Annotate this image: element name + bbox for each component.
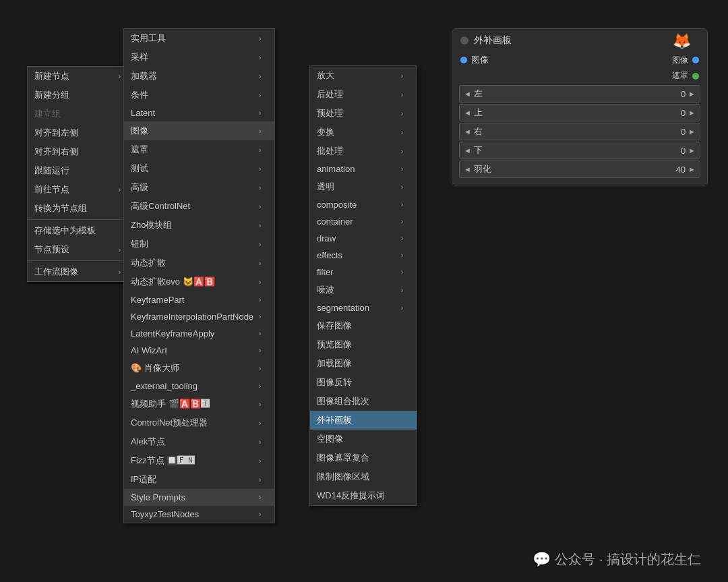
output-dot-image	[692, 57, 699, 63]
menu3-filter[interactable]: filter ›	[310, 264, 417, 281]
menu1-save-template[interactable]: 存储选中为模板	[28, 221, 134, 240]
menu2-advanced[interactable]: 高级 ›	[124, 178, 274, 197]
menu3-transparency[interactable]: 透明 ›	[310, 177, 417, 196]
menu2-style-prompts[interactable]: Style Prompts ›	[124, 489, 274, 506]
menu3-save-image[interactable]: 保存图像	[310, 316, 417, 335]
menu3-noise[interactable]: 噪波 ›	[310, 281, 417, 299]
menu2-ai-wizart[interactable]: AI WizArt ›	[124, 342, 274, 359]
node-row-image: 图像 图像	[452, 52, 707, 68]
menu2-portrait-master[interactable]: 🎨 肖像大师 ›	[124, 359, 274, 378]
menu3-outpaint[interactable]: 外补画板	[310, 411, 417, 430]
menu3-preview-image[interactable]: 预览图像	[310, 335, 417, 354]
menu3-batch[interactable]: 批处理 ›	[310, 142, 417, 161]
menu3-invert-image[interactable]: 图像反转	[310, 373, 417, 392]
menu1-new-group[interactable]: 新建分组	[28, 86, 134, 105]
menu2-advanced-controlnet[interactable]: 高级ControlNet ›	[124, 197, 274, 216]
node-panel-status-dot	[460, 36, 468, 45]
wechat-icon: 💬	[533, 551, 551, 569]
slider-left[interactable]: ◄ 左 0 ►	[459, 85, 700, 103]
node-row-right-mask: 遮罩	[672, 70, 699, 82]
menu3-restrict-image[interactable]: 限制图像区域	[310, 467, 417, 486]
menu2-controlnet-preprocessor[interactable]: ControlNet预处理器 ›	[124, 413, 274, 432]
menu2-mask[interactable]: 遮罩 ›	[124, 140, 274, 159]
menu2-fizz-node[interactable]: Fizz节点 🔲🅵🅽 ›	[124, 451, 274, 470]
menu1-node-preset[interactable]: 节点预设 ›	[28, 240, 134, 259]
menu2-image[interactable]: 图像 ›	[124, 121, 274, 140]
menu2-keyframe-part[interactable]: KeyframePart ›	[124, 291, 274, 308]
menu1-build-group: 建立组	[28, 105, 134, 123]
slider-right-arrow-right[interactable]: ►	[688, 127, 696, 136]
menu1-align-left[interactable]: 对齐到左侧	[28, 123, 134, 142]
menu3-container[interactable]: container ›	[310, 213, 417, 230]
slider-bottom[interactable]: ◄ 下 0 ►	[459, 142, 700, 159]
menu2-alek-node[interactable]: Alek节点 ›	[124, 432, 274, 451]
menu3-pre-process[interactable]: 预处理 ›	[310, 104, 417, 123]
watermark-text: 公众号 · 搞设计的花生仁	[555, 550, 701, 569]
menu2-keyframe-interpolation[interactable]: KeyframeInterpolationPartNode ›	[124, 308, 274, 325]
menu2-video-helper[interactable]: 视频助手 🎬🅰️🅱️🆃 ›	[124, 395, 274, 413]
menu2-utility[interactable]: 实用工具 ›	[124, 29, 274, 48]
menu3-image-mask-composite[interactable]: 图像遮罩复合	[310, 448, 417, 467]
menu3-load-image[interactable]: 加载图像	[310, 354, 417, 373]
menu3-post-process[interactable]: 后处理 ›	[310, 85, 417, 104]
menu2-toyxyz-test[interactable]: ToyxyzTestNodes ›	[124, 506, 274, 523]
slider-top[interactable]: ◄ 上 0 ►	[459, 104, 700, 121]
menu1-workflow-image[interactable]: 工作流图像 ›	[28, 262, 134, 281]
menu2-zho-module[interactable]: Zho模块组 ›	[124, 216, 274, 235]
input-dot-image	[460, 57, 467, 63]
menu2-condition[interactable]: 条件 ›	[124, 86, 274, 105]
menu3-upscale[interactable]: 放大 ›	[310, 66, 417, 85]
menu3-wd14-tagger[interactable]: WD14反推提示词	[310, 486, 417, 505]
menu3-draw[interactable]: draw ›	[310, 230, 417, 247]
menu1-align-right[interactable]: 对齐到右侧	[28, 142, 134, 161]
menu2-dynamic-diffusion[interactable]: 动态扩散 ›	[124, 254, 274, 272]
menu3-composite[interactable]: composite ›	[310, 196, 417, 213]
node-panel: 外补画板 图像 图像 遮罩 ◄ 左 0 ► ◄ 上 0 ► ◄ 右 0 ► ◄ …	[452, 28, 708, 185]
menu3-image-batch[interactable]: 图像组合批次	[310, 392, 417, 411]
slider-bottom-arrow-left[interactable]: ◄	[464, 146, 471, 154]
menu2-test[interactable]: 测试 ›	[124, 159, 274, 178]
slider-left-arrow-left[interactable]: ◄	[464, 90, 471, 98]
slider-right-arrow-left[interactable]: ◄	[464, 127, 471, 136]
slider-left-arrow-right[interactable]: ►	[688, 90, 696, 98]
slider-right[interactable]: ◄ 右 0 ►	[459, 123, 700, 140]
slider-feather-arrow-left[interactable]: ◄	[464, 165, 471, 173]
menu2-sampling[interactable]: 采样 ›	[124, 48, 274, 67]
menu2-external-tooling[interactable]: _external_tooling ›	[124, 378, 274, 395]
output-dot-mask	[692, 73, 699, 80]
slider-top-arrow-right[interactable]: ►	[688, 109, 696, 117]
menu1-goto-node[interactable]: 前往节点 ›	[28, 180, 134, 199]
node-row-right-image: 图像	[672, 55, 699, 66]
menu1-new-node[interactable]: 新建节点 ›	[28, 67, 134, 86]
context-menu-1: 新建节点 › 新建分组 建立组 对齐到左侧 对齐到右侧 跟随运行 前往节点 › …	[27, 66, 135, 282]
menu2-knob[interactable]: 钮制 ›	[124, 235, 274, 254]
slider-top-arrow-left[interactable]: ◄	[464, 109, 471, 117]
menu3-effects[interactable]: effects ›	[310, 247, 417, 264]
menu2-latent-keyframe[interactable]: LatentKeyframeApply ›	[124, 325, 274, 342]
menu1-convert-nodegroup[interactable]: 转换为节点组	[28, 199, 134, 218]
menu1-follow-run[interactable]: 跟随运行	[28, 161, 134, 180]
slider-bottom-arrow-right[interactable]: ►	[688, 146, 696, 154]
menu3-transform[interactable]: 变换 ›	[310, 123, 417, 142]
menu3-empty-image[interactable]: 空图像	[310, 430, 417, 448]
menu3-animation[interactable]: animation ›	[310, 161, 417, 177]
menu2-dynamic-diffusion-evo[interactable]: 动态扩散evo 🐱🅰️🅱️ ›	[124, 272, 274, 291]
node-panel-header: 外补画板	[452, 29, 707, 52]
context-menu-3: 放大 › 后处理 › 预处理 › 变换 › 批处理 › animation › …	[309, 65, 417, 506]
menu2-ip-adapter[interactable]: IP适配 ›	[124, 470, 274, 489]
menu2-loader[interactable]: 加载器 ›	[124, 67, 274, 86]
node-panel-title: 外补画板	[474, 34, 512, 47]
corner-fox-icon: 🦊	[673, 32, 691, 50]
watermark: 💬 公众号 · 搞设计的花生仁	[533, 550, 701, 569]
context-menu-2: 实用工具 › 采样 › 加载器 › 条件 › Latent › 图像 › 遮罩 …	[123, 28, 275, 523]
slider-feather-arrow-right[interactable]: ►	[688, 165, 696, 173]
slider-feather[interactable]: ◄ 羽化 40 ►	[459, 161, 700, 178]
node-row-mask: 遮罩	[452, 68, 707, 84]
menu3-segmentation[interactable]: segmentation ›	[310, 299, 417, 316]
menu2-latent[interactable]: Latent ›	[124, 105, 274, 121]
